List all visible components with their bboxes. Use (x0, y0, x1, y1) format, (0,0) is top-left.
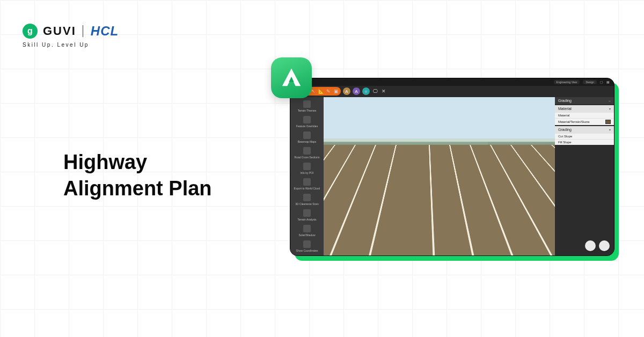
viewport-fab-row (585, 240, 610, 251)
app-screenshot-card: ≡ ⌂ Engineering View Design ▢ ▦ ⌂ ⚙ ↖ 📐 … (290, 78, 619, 260)
guvi-wordmark: GUVI (43, 24, 76, 38)
tool-label: Export to World Cloud (294, 187, 320, 190)
tool-label: 3D Clearance Scan (295, 202, 318, 206)
3d-viewport[interactable]: Status ▾ (324, 97, 555, 255)
tool-label: Road Cross Sections (295, 156, 320, 159)
tool-export-cloud[interactable]: Export to World Cloud (294, 178, 320, 190)
tool-label: Solar/Shadow (298, 233, 315, 237)
highway-surface (324, 97, 555, 145)
tool-label: Terrain Themes (298, 109, 317, 112)
brand-tagline: Skill Up. Level Up (23, 42, 119, 48)
tool-solar-shadow[interactable]: Solar/Shadow (298, 225, 315, 237)
chevron-down-icon: ▾ (453, 240, 455, 244)
tool-coordinates[interactable]: Show Coordinates (296, 240, 318, 252)
engineering-view-tab[interactable]: Engineering View (554, 80, 580, 84)
terrain-icon (303, 100, 311, 108)
logo-divider (83, 25, 83, 37)
poi-icon (303, 163, 311, 170)
row-cut-slope[interactable]: Cut Slope (555, 133, 614, 139)
tool-label: Show Coordinates (296, 249, 318, 252)
cross-section-icon (303, 147, 311, 155)
tool-terrain-themes[interactable]: Terrain Themes (298, 100, 317, 112)
ribbon-tool-c[interactable]: ○ (362, 87, 370, 95)
tool-feature-overrides[interactable]: Feature Overrides (296, 116, 318, 128)
fill-slope-surface (489, 172, 522, 228)
tool-label: Info by POI (300, 171, 313, 174)
tool-cross-sections[interactable]: Road Cross Sections (295, 147, 320, 159)
brand-logo-block: g GUVI HCL Skill Up. Level Up (23, 24, 119, 48)
tool-basemap[interactable]: Basemap Maps (298, 131, 317, 143)
status-label: Status (442, 240, 451, 244)
coords-icon (303, 240, 311, 248)
app-body: Terrain Themes Feature Overrides Basemap… (290, 97, 614, 255)
row-fill-slope[interactable]: Fill Slope (555, 139, 614, 145)
clearance-icon (303, 194, 311, 201)
section-material-header[interactable]: Material (555, 105, 614, 112)
app-logo-icon (279, 65, 304, 90)
app-ribbon: ⌂ ⚙ ↖ 📐 ✎ ▣ A A ○ 🖵 ✕ (290, 86, 614, 97)
page-title-line1: Highway (63, 149, 212, 175)
panel-title[interactable]: Grading (555, 97, 614, 104)
tools-icon[interactable]: ✕ (380, 88, 387, 94)
row-label: Cut Slope (558, 135, 572, 138)
measure-icon[interactable]: 📐 (318, 88, 324, 94)
tool-label: Terrain Analysis (297, 218, 316, 221)
row-value: Material/Terrain/Stone (558, 120, 590, 123)
tool-label: Feature Overrides (296, 124, 318, 128)
section-grading-header[interactable]: Grading (555, 126, 614, 133)
tool-clearance[interactable]: 3D Clearance Scan (295, 194, 318, 206)
highway-median (388, 97, 460, 145)
left-tool-palette: Terrain Themes Feature Overrides Basemap… (290, 97, 324, 255)
fab-button-a[interactable] (585, 240, 596, 251)
analysis-icon (303, 209, 311, 217)
grading-properties-panel: Grading Material Material Material/Terra… (555, 97, 614, 255)
brand-logo-row: g GUVI HCL (23, 24, 119, 39)
page-title: Highway Alignment Plan (63, 149, 212, 202)
tool-label: Basemap Maps (298, 140, 317, 143)
design-tab[interactable]: Design (583, 80, 597, 84)
tool-terrain-analysis[interactable]: Terrain Analysis (297, 209, 316, 221)
ribbon-tool-a[interactable]: A (343, 87, 350, 95)
sun-icon (303, 225, 311, 232)
section-label: Grading (558, 128, 572, 131)
ribbon-tool-b[interactable]: A (353, 87, 360, 95)
page-title-line2: Alignment Plan (63, 175, 212, 202)
monitor-icon[interactable]: 🖵 (372, 88, 378, 94)
feature-icon (303, 116, 311, 123)
row-material-value[interactable]: Material/Terrain/Stone (555, 118, 614, 125)
hcl-wordmark: HCL (91, 24, 119, 39)
guvi-badge-icon: g (23, 24, 38, 39)
cloud-icon (303, 178, 311, 186)
material-swatch-icon (605, 120, 611, 124)
tool-info-poi[interactable]: Info by POI (300, 163, 313, 174)
pencil-icon[interactable]: ✎ (325, 88, 332, 94)
app-titlebar: ≡ ⌂ Engineering View Design ▢ ▦ (290, 78, 614, 86)
viewport-status-pill[interactable]: Status ▾ (435, 239, 458, 245)
fab-button-b[interactable] (599, 240, 610, 251)
row-material[interactable]: Material (555, 112, 614, 118)
window-min-icon[interactable]: ▢ (600, 80, 603, 84)
window-grid-icon[interactable]: ▦ (606, 80, 610, 84)
app-logo-badge (271, 57, 312, 98)
panel-title-text: Grading (558, 99, 572, 102)
row-label: Material (558, 114, 569, 117)
app-window: ≡ ⌂ Engineering View Design ▢ ▦ ⌂ ⚙ ↖ 📐 … (290, 78, 614, 256)
basemap-icon (303, 131, 311, 139)
grading-earthwork-overlay (422, 170, 513, 229)
row-label: Fill Slope (558, 141, 572, 144)
section-label: Material (558, 107, 572, 111)
layers-icon[interactable]: ▣ (333, 88, 339, 94)
